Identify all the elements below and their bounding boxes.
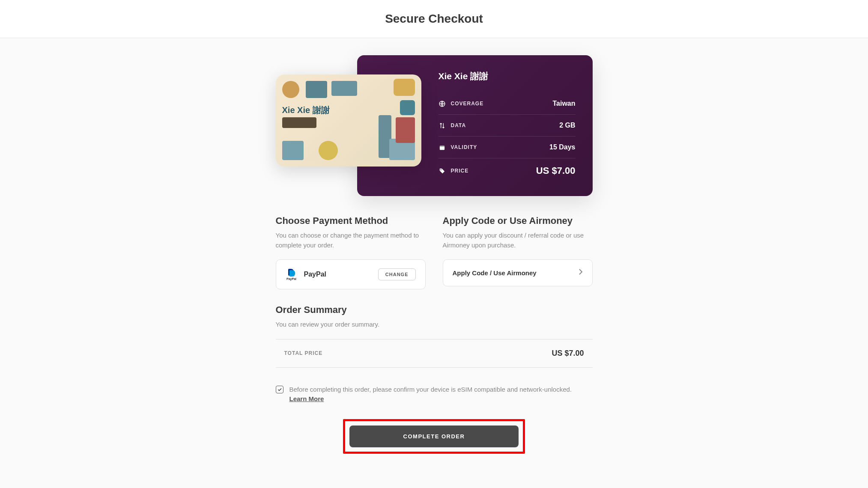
payment-method-card[interactable]: PayPal PayPal CHANGE [276,259,426,289]
chevron-right-icon [579,268,583,277]
validity-value: 15 Days [549,143,576,151]
complete-order-highlight: COMPLETE ORDER [343,419,525,454]
svg-point-3 [440,169,441,170]
data-row: DATA 2 GB [438,115,576,137]
order-summary-section: Order Summary You can review your order … [276,304,593,368]
confirm-device-row: Before completing this order, please con… [276,385,593,404]
coverage-label: COVERAGE [451,101,484,107]
payment-section: Choose Payment Method You can choose or … [276,215,426,289]
price-tag-icon [438,167,446,175]
discount-title: Apply Code or Use Airmoney [443,215,593,226]
complete-order-button[interactable]: COMPLETE ORDER [349,426,519,447]
payment-title: Choose Payment Method [276,215,426,226]
validity-label: VALIDITY [451,144,477,150]
change-payment-button[interactable]: CHANGE [378,268,416,280]
summary-description: You can review your order summary. [276,320,593,330]
data-arrows-icon [438,122,446,129]
product-card: Xie Xie 謝謝 Xie Xie 謝謝 COVERAGE Taiwan [276,55,593,196]
discount-section: Apply Code or Use Airmoney You can apply… [443,215,593,289]
payment-description: You can choose or change the payment met… [276,231,426,250]
data-label: DATA [451,122,466,128]
globe-icon [438,100,446,107]
payment-method-name: PayPal [304,271,326,278]
total-price-value: US $7.00 [552,349,584,358]
coverage-value: Taiwan [552,100,575,107]
price-value: US $7.00 [536,165,576,176]
validity-row: VALIDITY 15 Days [438,137,576,158]
apply-code-button[interactable]: Apply Code / Use Airmoney [443,259,593,286]
coverage-row: COVERAGE Taiwan [438,93,576,115]
price-label: PRICE [451,168,469,174]
checkout-container: Xie Xie 謝謝 Xie Xie 謝謝 COVERAGE Taiwan [267,38,601,471]
discount-description: You can apply your discount / referral c… [443,231,593,250]
total-price-label: TOTAL PRICE [284,350,323,356]
confirm-text: Before completing this order, please con… [289,385,572,404]
calendar-icon [438,144,446,151]
paypal-icon: PayPal [286,268,298,280]
price-row: PRICE US $7.00 [438,158,576,183]
confirm-checkbox[interactable] [276,386,283,393]
esim-card-label: Xie Xie 謝謝 [282,104,330,116]
page-title: Secure Checkout [0,12,868,26]
data-value: 2 GB [559,122,575,129]
learn-more-link[interactable]: Learn More [289,395,324,402]
esim-card-image: Xie Xie 謝謝 [276,74,421,167]
svg-rect-2 [439,146,444,147]
page-header: Secure Checkout [0,0,868,38]
total-price-row: TOTAL PRICE US $7.00 [276,339,593,368]
product-name: Xie Xie 謝謝 [438,70,576,82]
apply-code-label: Apply Code / Use Airmoney [453,269,537,277]
summary-title: Order Summary [276,304,593,315]
